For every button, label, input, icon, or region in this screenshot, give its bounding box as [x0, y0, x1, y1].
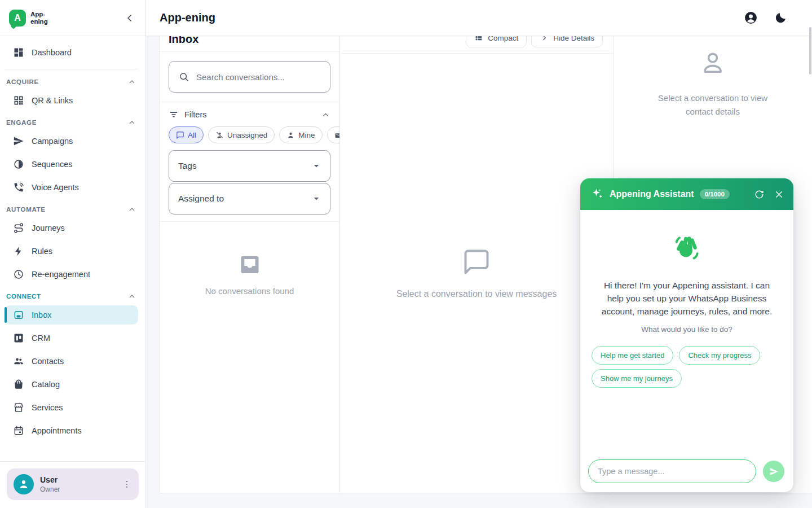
- sidebar-item-crm[interactable]: CRM: [5, 329, 138, 348]
- account-button[interactable]: [744, 11, 758, 25]
- sidebar-item-label: Dashboard: [32, 48, 72, 57]
- chevron-down-icon: [311, 160, 322, 172]
- close-icon[interactable]: [774, 189, 784, 200]
- filter-chip-all[interactable]: All: [169, 126, 204, 143]
- filters-label: Filters: [184, 110, 206, 119]
- inbox-icon: [13, 309, 24, 321]
- assistant-title: Appening Assistant: [610, 189, 694, 199]
- dashboard-block: Dashboard: [5, 36, 138, 69]
- section-label: AUTOMATE: [6, 206, 46, 213]
- sidebar-item-voice-agents[interactable]: Voice Agents: [5, 178, 138, 197]
- chevron-up-icon: [321, 110, 330, 120]
- sidebar-item-label: Re-engagement: [32, 270, 90, 279]
- app-root: A App- ening Dashboard ACQUIRE: [0, 0, 812, 508]
- usage-badge: 0/1000: [700, 189, 730, 199]
- section-header-engage[interactable]: ENGAGE: [6, 118, 136, 127]
- assistant-widget: Appening Assistant 0/1000 Hi there! I'm …: [580, 178, 793, 492]
- send-plane-icon: [769, 466, 779, 477]
- quick-reply-get-started[interactable]: Help me get started: [592, 346, 673, 365]
- refresh-icon[interactable]: [754, 189, 765, 200]
- sidebar-item-services[interactable]: Services: [5, 398, 138, 417]
- sidebar-item-label: Services: [32, 403, 63, 412]
- people-icon: [13, 356, 24, 367]
- sparkles-icon: [590, 187, 604, 201]
- filter-chip-unread[interactable]: Unread: [327, 126, 339, 143]
- assistant-prompt: What would you like to do?: [641, 325, 732, 334]
- sidebar-header: A App- ening: [0, 0, 145, 36]
- brand-wordmark: App- ening: [30, 11, 48, 25]
- sidebar-item-catalog[interactable]: Catalog: [5, 375, 138, 394]
- sidebar-item-label: Sequences: [32, 160, 73, 169]
- sidebar-item-label: Inbox: [32, 310, 51, 319]
- filter-chip-mine[interactable]: Mine: [279, 126, 322, 143]
- kanban-board-icon: [13, 332, 24, 344]
- chevron-down-icon: [311, 193, 322, 204]
- section-header-acquire[interactable]: ACQUIRE: [6, 77, 136, 86]
- chevron-right-icon: [540, 36, 549, 42]
- sidebar-item-sequences[interactable]: Sequences: [5, 155, 138, 174]
- inbox-empty-text: No conversations found: [205, 286, 294, 296]
- filter-chips: All Unassigned Mine Unread: [160, 125, 339, 150]
- send-button[interactable]: [763, 461, 784, 482]
- sidebar-item-rules[interactable]: Rules: [5, 242, 138, 261]
- user-card[interactable]: User Owner: [7, 468, 139, 500]
- filter-chip-unassigned[interactable]: Unassigned: [208, 126, 275, 143]
- filters-header[interactable]: Filters: [160, 102, 339, 125]
- sidebar-item-re-engagement[interactable]: Re-engagement: [5, 265, 138, 284]
- section-header-automate[interactable]: AUTOMATE: [6, 205, 136, 214]
- more-vertical-icon[interactable]: [122, 479, 132, 489]
- inbox-empty-icon: [239, 253, 261, 276]
- clock-icon: [13, 269, 24, 280]
- hide-details-label: Hide Details: [553, 36, 594, 42]
- sidebar-item-label: CRM: [32, 334, 50, 343]
- quick-reply-check-progress[interactable]: Check my progress: [679, 346, 760, 365]
- brand-line-1: App-: [30, 11, 48, 18]
- sidebar-item-campaigns[interactable]: Campaigns: [5, 132, 138, 151]
- sequence-icon: [13, 159, 24, 170]
- dark-mode-toggle[interactable]: [774, 11, 787, 25]
- sidebar-item-label: Campaigns: [32, 137, 73, 146]
- quick-reply-show-journeys[interactable]: Show me my journeys: [592, 369, 682, 388]
- phone-call-icon: [13, 182, 24, 193]
- calendar-icon: [13, 425, 24, 436]
- section-header-connect[interactable]: CONNECT: [6, 292, 136, 301]
- search-input[interactable]: [196, 72, 321, 82]
- chevron-up-icon: [127, 118, 136, 127]
- chevron-up-icon: [127, 292, 136, 301]
- search-box: [169, 61, 330, 93]
- inbox-panel-header: Inbox: [160, 36, 339, 52]
- chip-label: Unassigned: [227, 131, 267, 139]
- assistant-greeting: Hi there! I'm your Appening assistant. I…: [580, 279, 793, 318]
- sidebar-item-dashboard[interactable]: Dashboard: [5, 43, 138, 62]
- person-icon: [286, 131, 295, 139]
- storefront-icon: [13, 402, 24, 413]
- section-label: ACQUIRE: [6, 78, 39, 85]
- compact-button[interactable]: Compact: [466, 36, 527, 47]
- waving-hand-icon: [672, 234, 701, 263]
- hide-details-button[interactable]: Hide Details: [531, 36, 603, 47]
- sidebar-item-inbox[interactable]: Inbox: [5, 305, 138, 325]
- header-actions: [744, 11, 787, 25]
- chip-label: Mine: [298, 131, 315, 139]
- messages-panel: Compact Hide Details Select a conversati…: [340, 36, 614, 493]
- route-icon: [13, 222, 24, 234]
- section-label: CONNECT: [6, 293, 41, 300]
- filter-icon: [169, 110, 179, 120]
- sidebar-item-contacts[interactable]: Contacts: [5, 352, 138, 371]
- shopping-bag-icon: [13, 379, 24, 390]
- person-outline-icon: [699, 50, 726, 77]
- sidebar-collapse-button[interactable]: [123, 11, 136, 25]
- app-logo: A App- ening: [9, 10, 48, 27]
- assistant-body: Hi there! I'm your Appening assistant. I…: [580, 210, 793, 453]
- section-label: ENGAGE: [6, 119, 37, 126]
- sidebar-item-qr-links[interactable]: QR & Links: [5, 91, 138, 110]
- assigned-to-select[interactable]: Assigned to: [169, 183, 330, 214]
- page-scrollbar-thumb[interactable]: [809, 27, 811, 75]
- tags-select[interactable]: Tags: [169, 150, 330, 182]
- mail-unread-icon: [334, 131, 339, 139]
- person-icon: [17, 478, 30, 491]
- dashboard-icon: [13, 47, 24, 58]
- assistant-message-input[interactable]: [588, 459, 756, 483]
- sidebar-item-appointments[interactable]: Appointments: [5, 421, 138, 440]
- sidebar-item-journeys[interactable]: Journeys: [5, 218, 138, 238]
